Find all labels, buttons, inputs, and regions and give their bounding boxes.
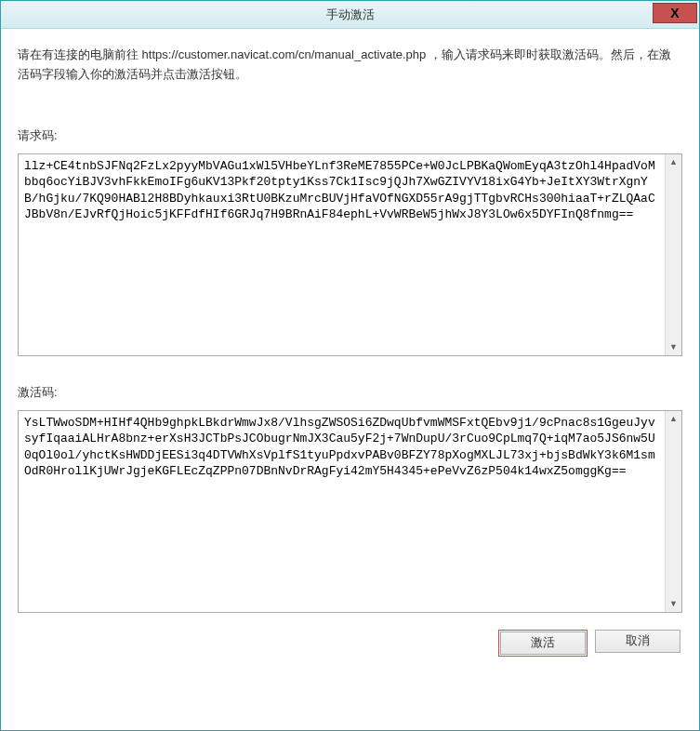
request-code-value[interactable]: llz+CE4tnbSJFNq2FzLx2pyyMbVAGu1xWl5VHbeY… [19, 154, 681, 355]
window-title: 手动激活 [1, 7, 699, 23]
activate-button[interactable]: 激活 [500, 631, 586, 655]
scroll-up-icon[interactable]: ▲ [666, 411, 681, 427]
activation-code-label: 激活码: [18, 384, 682, 401]
cancel-button[interactable]: 取消 [595, 630, 680, 653]
close-icon: X [670, 6, 679, 20]
titlebar: 手动激活 X [1, 1, 699, 29]
scrollbar[interactable]: ▲ ▼ [665, 154, 681, 355]
activation-code-value[interactable]: YsLTWwoSDM+HIHf4QHb9ghpkLBkdrWmwJx8/Vlhs… [19, 411, 681, 612]
scroll-down-icon[interactable]: ▼ [666, 339, 681, 355]
scrollbar[interactable]: ▲ ▼ [665, 411, 681, 612]
scroll-up-icon[interactable]: ▲ [666, 154, 681, 170]
request-code-field[interactable]: llz+CE4tnbSJFNq2FzLx2pyyMbVAGu1xWl5VHbeY… [18, 153, 682, 356]
instruction-text: 请在有连接的电脑前往 https://customer.navicat.com/… [18, 46, 682, 85]
dialog-window: 手动激活 X 请在有连接的电脑前往 https://customer.navic… [0, 0, 700, 731]
activation-code-field[interactable]: YsLTWwoSDM+HIHf4QHb9ghpkLBkdrWmwJx8/Vlhs… [18, 410, 682, 613]
activate-highlight: 激活 [498, 630, 588, 657]
close-button[interactable]: X [653, 3, 697, 23]
content-area: 请在有连接的电脑前往 https://customer.navicat.com/… [1, 29, 699, 730]
request-code-label: 请求码: [18, 127, 682, 144]
button-row: 激活 取消 [18, 630, 682, 657]
scroll-down-icon[interactable]: ▼ [666, 596, 681, 612]
